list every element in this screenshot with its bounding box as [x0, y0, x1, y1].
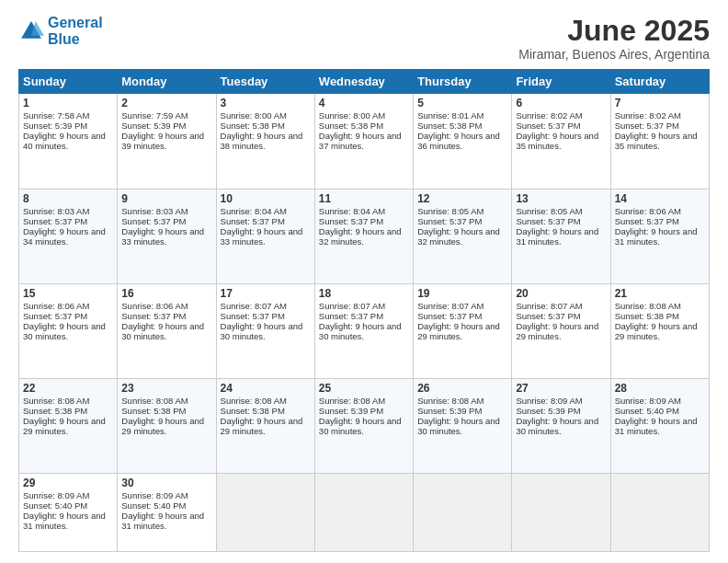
table-row: 3Sunrise: 8:00 AMSunset: 5:38 PMDaylight… [216, 94, 314, 189]
daylight: Daylight: 9 hours and 40 minutes. [23, 131, 106, 151]
sunset: Sunset: 5:40 PM [121, 500, 186, 511]
sunset: Sunset: 5:37 PM [615, 216, 679, 226]
day-number: 15 [23, 287, 113, 300]
table-row: 11Sunrise: 8:04 AMSunset: 5:37 PMDayligh… [314, 189, 413, 283]
daylight: Daylight: 9 hours and 32 minutes. [319, 226, 402, 247]
table-row: 16Sunrise: 8:06 AMSunset: 5:37 PMDayligh… [118, 283, 216, 378]
daylight: Daylight: 9 hours and 34 minutes. [23, 226, 106, 247]
sunset: Sunset: 5:38 PM [23, 406, 87, 416]
month-title: June 2025 [518, 15, 710, 47]
sunset: Sunset: 5:37 PM [121, 311, 186, 321]
daylight: Daylight: 9 hours and 31 minutes. [516, 226, 598, 247]
sunrise: Sunrise: 8:08 AM [319, 396, 385, 406]
table-row: 19Sunrise: 8:07 AMSunset: 5:37 PMDayligh… [414, 283, 512, 378]
sunrise: Sunrise: 8:03 AM [23, 206, 89, 216]
table-row: 17Sunrise: 8:07 AMSunset: 5:37 PMDayligh… [216, 283, 314, 378]
sunrise: Sunrise: 8:06 AM [23, 301, 89, 311]
sunset: Sunset: 5:37 PM [23, 311, 87, 321]
day-number: 6 [516, 97, 606, 109]
sunset: Sunset: 5:37 PM [516, 121, 580, 131]
title-block: June 2025 Miramar, Buenos Aires, Argenti… [518, 15, 710, 62]
table-row: 2Sunrise: 7:59 AMSunset: 5:39 PMDaylight… [118, 94, 216, 189]
table-row: 8Sunrise: 8:03 AMSunset: 5:37 PMDaylight… [19, 189, 118, 283]
table-row: 7Sunrise: 8:02 AMSunset: 5:37 PMDaylight… [610, 94, 709, 189]
daylight: Daylight: 9 hours and 32 minutes. [417, 226, 500, 247]
day-number: 17 [221, 287, 311, 300]
sunset: Sunset: 5:37 PM [319, 311, 383, 321]
sunrise: Sunrise: 8:08 AM [121, 396, 188, 406]
col-monday: Monday [118, 70, 216, 94]
daylight: Daylight: 9 hours and 29 minutes. [121, 416, 204, 436]
daylight: Daylight: 9 hours and 31 minutes. [23, 511, 106, 531]
sunset: Sunset: 5:38 PM [417, 121, 482, 131]
table-row: 30Sunrise: 8:09 AMSunset: 5:40 PMDayligh… [118, 474, 216, 552]
daylight: Daylight: 9 hours and 29 minutes. [417, 321, 500, 341]
table-row: 1Sunrise: 7:58 AMSunset: 5:39 PMDaylight… [19, 94, 118, 189]
sunrise: Sunrise: 8:06 AM [121, 301, 188, 311]
calendar-header-row: Sunday Monday Tuesday Wednesday Thursday… [19, 70, 710, 94]
table-row: 29Sunrise: 8:09 AMSunset: 5:40 PMDayligh… [19, 474, 118, 552]
logo-text: General Blue [48, 15, 103, 47]
day-number: 13 [516, 192, 606, 205]
daylight: Daylight: 9 hours and 38 minutes. [221, 131, 303, 151]
sunset: Sunset: 5:37 PM [417, 311, 482, 321]
daylight: Daylight: 9 hours and 29 minutes. [221, 416, 303, 436]
logo-line2: Blue [48, 31, 80, 47]
day-number: 28 [615, 382, 705, 395]
daylight: Daylight: 9 hours and 30 minutes. [221, 321, 303, 341]
sunrise: Sunrise: 8:05 AM [516, 206, 582, 216]
col-tuesday: Tuesday [216, 70, 314, 94]
sunset: Sunset: 5:39 PM [23, 121, 87, 131]
sunset: Sunset: 5:38 PM [121, 406, 186, 416]
sunrise: Sunrise: 8:07 AM [417, 301, 483, 311]
table-row: 26Sunrise: 8:08 AMSunset: 5:39 PMDayligh… [414, 379, 512, 474]
sunrise: Sunrise: 8:08 AM [417, 396, 483, 406]
logo: General Blue [18, 15, 103, 47]
daylight: Daylight: 9 hours and 30 minutes. [516, 416, 598, 436]
day-number: 14 [615, 192, 705, 205]
sunset: Sunset: 5:39 PM [121, 121, 186, 131]
sunrise: Sunrise: 8:07 AM [319, 301, 385, 311]
table-row [414, 474, 512, 552]
sunset: Sunset: 5:37 PM [516, 216, 580, 226]
table-row: 27Sunrise: 8:09 AMSunset: 5:39 PMDayligh… [512, 379, 610, 474]
header: General Blue June 2025 Miramar, Buenos A… [18, 15, 710, 62]
table-row [314, 474, 413, 552]
sunrise: Sunrise: 8:08 AM [615, 301, 681, 311]
table-row: 9Sunrise: 8:03 AMSunset: 5:37 PMDaylight… [118, 189, 216, 283]
sunset: Sunset: 5:37 PM [23, 216, 87, 226]
day-number: 19 [417, 287, 507, 300]
table-row [216, 474, 314, 552]
sunset: Sunset: 5:37 PM [221, 216, 285, 226]
sunrise: Sunrise: 8:02 AM [615, 110, 681, 121]
daylight: Daylight: 9 hours and 35 minutes. [516, 131, 598, 151]
table-row [512, 474, 610, 552]
day-number: 5 [417, 97, 507, 109]
table-row: 25Sunrise: 8:08 AMSunset: 5:39 PMDayligh… [314, 379, 413, 474]
sunset: Sunset: 5:38 PM [319, 121, 383, 131]
daylight: Daylight: 9 hours and 29 minutes. [516, 321, 598, 341]
day-number: 1 [23, 97, 113, 109]
logo-icon [18, 18, 44, 44]
daylight: Daylight: 9 hours and 36 minutes. [417, 131, 500, 151]
daylight: Daylight: 9 hours and 29 minutes. [23, 416, 106, 436]
sunset: Sunset: 5:37 PM [319, 216, 383, 226]
sunset: Sunset: 5:38 PM [221, 121, 285, 131]
table-row [610, 474, 709, 552]
sunrise: Sunrise: 8:07 AM [516, 301, 582, 311]
sunrise: Sunrise: 8:08 AM [23, 396, 89, 406]
sunrise: Sunrise: 7:59 AM [121, 110, 188, 121]
sunset: Sunset: 5:37 PM [121, 216, 186, 226]
day-number: 12 [417, 192, 507, 205]
daylight: Daylight: 9 hours and 30 minutes. [319, 416, 402, 436]
daylight: Daylight: 9 hours and 31 minutes. [615, 416, 698, 436]
sunset: Sunset: 5:37 PM [417, 216, 482, 226]
sunset: Sunset: 5:40 PM [23, 500, 87, 511]
col-thursday: Thursday [414, 70, 512, 94]
sunrise: Sunrise: 8:01 AM [417, 110, 483, 121]
table-row: 28Sunrise: 8:09 AMSunset: 5:40 PMDayligh… [610, 379, 709, 474]
sunrise: Sunrise: 8:04 AM [319, 206, 385, 216]
sunrise: Sunrise: 8:09 AM [516, 396, 582, 406]
sunset: Sunset: 5:39 PM [417, 406, 482, 416]
day-number: 16 [121, 287, 211, 300]
